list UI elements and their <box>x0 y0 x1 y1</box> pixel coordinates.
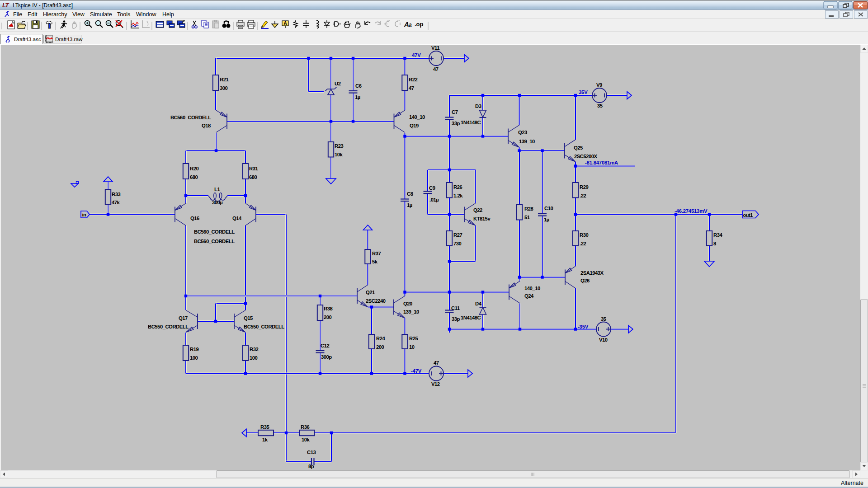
svg-text:.op: .op <box>415 21 424 28</box>
svg-text:a: a <box>409 22 412 28</box>
svg-text:A: A <box>283 21 287 26</box>
svg-text:LT: LT <box>2 2 9 9</box>
